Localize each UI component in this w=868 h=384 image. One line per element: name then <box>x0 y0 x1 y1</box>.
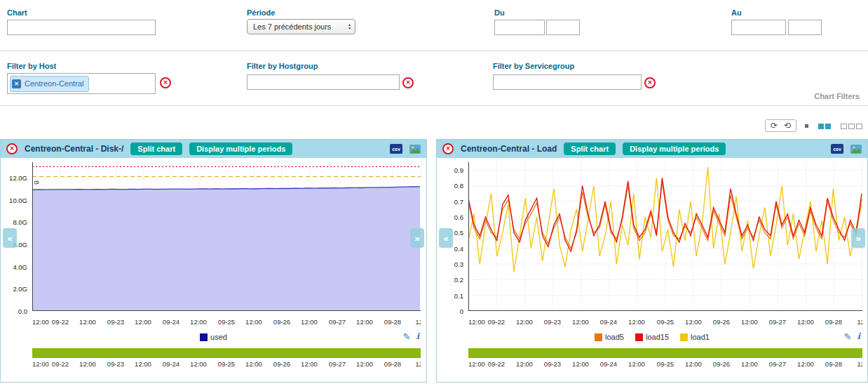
hostgroup-filter-input[interactable] <box>247 74 400 90</box>
x-tick-label: 12:00 <box>245 318 262 326</box>
split-chart-button[interactable]: Split chart <box>130 143 182 155</box>
x-tick-label: 09-27 <box>329 318 346 326</box>
disk-chart-header: ✕ Centreon-Central - Disk-/ Split chart … <box>1 140 426 158</box>
legend-item[interactable]: used <box>200 333 227 341</box>
x-tick-label: 09-25 <box>657 360 674 368</box>
remove-load-chart-icon[interactable]: ✕ <box>442 143 454 154</box>
legend-row: load5load15load1 ✎ i <box>437 329 867 345</box>
display-multiple-periods-button[interactable]: Display multiple periods <box>189 143 292 155</box>
du-date-input[interactable] <box>494 20 545 35</box>
y-tick-label: 0.0 <box>18 307 27 315</box>
export-image-icon[interactable] <box>850 145 862 154</box>
x-tick-label: 12: <box>415 318 421 326</box>
y-tick-label: 0.7 <box>454 198 463 206</box>
y-tick-label: 8.0G <box>13 218 27 226</box>
export-image-icon[interactable] <box>409 145 421 154</box>
scroll-left-button[interactable]: « <box>439 228 453 248</box>
host-filter-label: Filter by Host <box>7 62 56 70</box>
refresh-icon[interactable]: ⟳ <box>771 121 778 131</box>
x-tick-label: 12:00 <box>32 360 49 368</box>
two-column-view-icon[interactable] <box>817 119 831 132</box>
auto-refresh-icon[interactable]: ⟲ <box>784 121 791 131</box>
display-multiple-periods-button[interactable]: Display multiple periods <box>623 143 726 155</box>
x-tick-label: 12:00 <box>741 318 758 326</box>
x-tick-label: 12:00 <box>356 318 373 326</box>
x-tick-label: 09-22 <box>488 318 505 326</box>
legend: used <box>200 333 227 341</box>
remove-disk-chart-icon[interactable]: ✕ <box>6 143 18 154</box>
x-tick-label: 12:00 <box>797 360 814 368</box>
x-tick-label: 12:00 <box>468 360 485 368</box>
chart-mini-icons: ✎ i <box>844 331 860 342</box>
chart-filters-toggle[interactable]: Chart Filters <box>814 92 860 100</box>
y-tick-label: 0.2 <box>454 276 463 284</box>
servicegroup-filter-input[interactable] <box>493 74 642 90</box>
scroll-right-button[interactable]: » <box>410 228 424 248</box>
chip-remove-icon[interactable]: ✕ <box>12 79 21 88</box>
periode-label: Période <box>247 8 275 17</box>
three-column-view-icon[interactable] <box>839 119 862 132</box>
export-csv-icon[interactable]: csv <box>390 144 402 154</box>
disk-usage-chart[interactable] <box>32 162 421 311</box>
host-filter-box[interactable]: ✕ Centreon-Central <box>7 73 156 94</box>
x-tick-label: 12:00 <box>135 360 151 368</box>
legend-label: load1 <box>691 333 710 341</box>
clear-servicegroup-filter-icon[interactable]: ✕ <box>644 77 656 88</box>
legend-item[interactable]: load1 <box>680 333 710 341</box>
edit-icon[interactable]: ✎ <box>403 331 411 342</box>
clear-host-filter-icon[interactable]: ✕ <box>160 77 171 88</box>
timeline-axis: 12:0009-2212:0009-2312:0009-2412:0009-25… <box>468 360 862 371</box>
one-column-view-icon[interactable] <box>805 124 808 128</box>
au-time-input[interactable] <box>788 20 822 35</box>
select-arrows-icon: ▲▼ <box>348 23 351 30</box>
servicegroup-filter-label: Filter by Servicegroup <box>493 62 574 70</box>
x-tick-label: 12:00 <box>741 360 758 368</box>
periode-select[interactable]: Les 7 précédents jours ▲▼ <box>247 19 355 34</box>
load-chart[interactable] <box>468 162 862 311</box>
scroll-right-button[interactable]: » <box>851 228 865 248</box>
y-tick-label: 0 <box>460 307 463 315</box>
clear-hostgroup-filter-icon[interactable]: ✕ <box>402 77 414 88</box>
info-icon[interactable]: i <box>416 331 419 342</box>
x-tick-label: 09-24 <box>163 360 179 368</box>
legend-item[interactable]: load15 <box>635 333 669 341</box>
scroll-left-button[interactable]: « <box>3 228 17 248</box>
x-tick-label: 09-28 <box>384 318 401 326</box>
timeline-strip[interactable] <box>468 348 862 358</box>
legend-item[interactable]: load5 <box>595 333 624 341</box>
export-csv-icon[interactable]: csv <box>831 144 843 154</box>
x-tick-label: 09-23 <box>544 360 561 368</box>
x-tick-label: 12:00 <box>572 318 589 326</box>
x-tick-label: 12:00 <box>628 360 645 368</box>
x-tick-label: 12:00 <box>516 360 533 368</box>
timeline-axis: 12:0009-2212:0009-2312:0009-2412:0009-25… <box>32 360 421 371</box>
info-icon[interactable]: i <box>857 331 860 342</box>
host-chip[interactable]: ✕ Centreon-Central <box>10 76 89 92</box>
split-chart-button[interactable]: Split chart <box>564 143 616 155</box>
chart-filter-input[interactable] <box>7 20 156 35</box>
legend-row: used ✎ i <box>1 329 426 345</box>
y-tick-label: 0.4 <box>454 245 463 253</box>
x-tick-label: 12:00 <box>356 360 373 368</box>
x-tick-label: 12:00 <box>685 318 702 326</box>
legend-label: used <box>210 333 227 341</box>
y-tick-label: 0.6 <box>454 213 463 221</box>
du-time-input[interactable] <box>546 20 580 35</box>
edit-icon[interactable]: ✎ <box>844 331 852 342</box>
x-tick-label: 12:00 <box>135 318 151 326</box>
x-tick-label: 12:00 <box>190 318 207 326</box>
chart-panel-load: ✕ Centreon-Central - Load Split chart Di… <box>436 139 868 383</box>
x-tick-label: 12: <box>415 360 421 368</box>
au-date-input[interactable] <box>731 20 786 35</box>
x-tick-label: 09-27 <box>329 360 346 368</box>
x-tick-label: 09-28 <box>825 360 842 368</box>
x-tick-label: 12:00 <box>685 360 702 368</box>
timeline-strip[interactable] <box>32 348 421 358</box>
x-tick-label: 12:00 <box>301 360 318 368</box>
x-tick-label: 09-25 <box>218 318 235 326</box>
legend-swatch <box>635 333 643 341</box>
x-tick-label: 12:00 <box>301 318 318 326</box>
disk-chart-region: 0.02.0G4.0G6.0G8.0G10.0G12.0G B « » <box>1 158 426 318</box>
y-tick-label: 0.5 <box>454 229 463 237</box>
x-tick-label: 09-27 <box>769 360 786 368</box>
